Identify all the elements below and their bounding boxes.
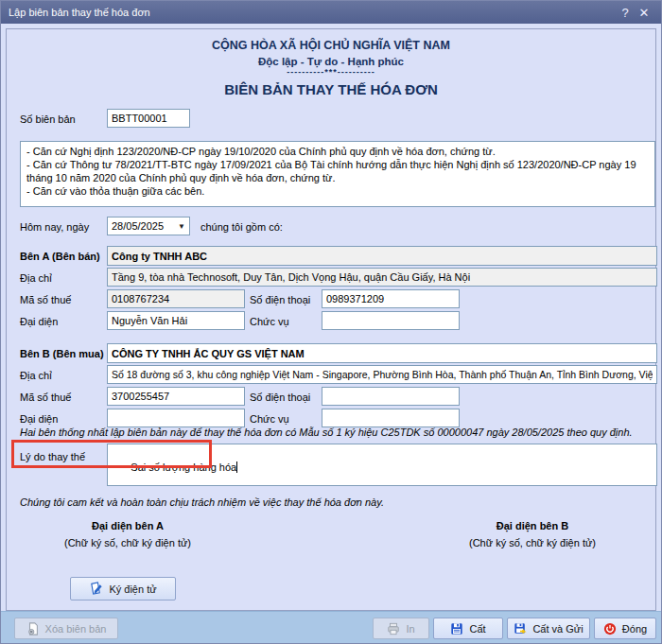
sign-electronic-label: Ký điện tử: [109, 583, 156, 595]
printer-icon: [387, 622, 400, 635]
document-title: BIÊN BẢN THAY THẾ HÓA ĐƠN: [7, 81, 655, 97]
print-button[interactable]: In: [373, 618, 429, 639]
dialog-content: CỘNG HÒA XÃ HỘI CHỦ NGHĨA VIỆT NAM Độc l…: [6, 28, 656, 611]
help-icon[interactable]: ?: [616, 6, 635, 20]
ben-b-chuc-vu-field[interactable]: [322, 409, 460, 427]
save-button[interactable]: Cất: [433, 618, 503, 639]
ben-b-dai-dien-label: Đại diện: [20, 413, 58, 425]
ben-a-mst-field[interactable]: [107, 289, 245, 308]
chevron-down-icon: ▼: [165, 222, 185, 231]
ben-b-phone-field[interactable]: [322, 387, 460, 406]
close-button[interactable]: Đóng: [594, 618, 656, 639]
national-motto: Độc lập - Tự do - Hạnh phúc: [7, 56, 655, 67]
sign-electronic-button[interactable]: Ký điện tử: [70, 577, 176, 600]
signature-b-title: Đại diện bên B: [419, 520, 646, 531]
text-caret: [236, 461, 237, 473]
so-bien-ban-label: Số biên bản: [20, 113, 76, 125]
signature-block-b: Đại diện bên B (Chữ ký số, chữ ký điện t…: [419, 520, 646, 548]
so-bien-ban-input[interactable]: [107, 109, 190, 128]
ben-a-dia-chi-field[interactable]: [107, 268, 657, 287]
ben-b-phone-label: Số điện thoại: [250, 392, 310, 403]
legal-basis-textarea[interactable]: - Căn cứ Nghị định 123/2020/NĐ-CP ngày 1…: [20, 141, 655, 207]
ben-b-dai-dien-field[interactable]: [107, 409, 245, 427]
print-label: In: [406, 623, 414, 635]
save-floppy-icon: [450, 622, 463, 635]
date-dropdown[interactable]: 28/05/2025 ▼: [107, 217, 190, 235]
agreement-text: Hai bên thống nhất lập biên bản này để t…: [20, 426, 633, 438]
title-bar: Lập biên bản thay thế hóa đơn ? ✕: [1, 1, 661, 24]
ly-do-value: Sai số lượng hàng hóa: [131, 461, 236, 473]
close-label: Đóng: [622, 623, 647, 635]
national-title: CỘNG HÒA XÃ HỘI CHỦ NGHĨA VIỆT NAM: [7, 39, 655, 52]
date-row-suffix: chúng tôi gồm có:: [200, 221, 283, 233]
delete-record-label: Xóa biên bản: [45, 623, 107, 635]
window-title: Lập biên bản thay thế hóa đơn: [9, 7, 616, 18]
ben-a-chuc-vu-field[interactable]: [322, 311, 460, 330]
ben-b-dia-chi-field[interactable]: [107, 365, 657, 384]
footer-bar: Xóa biên bản In: [1, 611, 661, 644]
save-label: Cất: [469, 623, 485, 635]
ben-b-company-field[interactable]: [107, 343, 657, 363]
signature-b-subtitle: (Chữ ký số, chữ ký điện tử): [419, 537, 646, 548]
close-icon[interactable]: ✕: [635, 6, 653, 20]
ben-a-dai-dien-label: Đại diện: [20, 316, 58, 327]
delete-record-button[interactable]: Xóa biên bản: [14, 618, 118, 639]
dialog-window: Lập biên bản thay thế hóa đơn ? ✕ CỘNG H…: [0, 0, 662, 644]
ben-a-phone-label: Số điện thoại: [250, 294, 310, 305]
ben-a-chuc-vu-label: Chức vụ: [250, 316, 289, 327]
ben-b-section-label: Bên B (Bên mua): [20, 348, 104, 359]
sign-pen-icon: [89, 582, 103, 596]
save-send-floppy-icon: [514, 622, 527, 635]
ben-a-phone-field[interactable]: [322, 289, 460, 308]
signature-block-a: Đại diện bên A (Chữ ký số, chữ ký điện t…: [14, 520, 241, 548]
save-and-send-label: Cất và Gửi: [532, 623, 583, 635]
date-row-label: Hôm nay, ngày: [20, 221, 89, 233]
ben-b-mst-label: Mã số thuế: [20, 392, 71, 403]
ly-do-textarea[interactable]: Sai số lượng hàng hóa: [107, 444, 657, 486]
power-close-icon: [603, 622, 617, 635]
ben-b-dia-chi-label: Địa chỉ: [20, 370, 52, 381]
signature-a-title: Đại diện bên A: [14, 520, 241, 531]
ly-do-label: Lý do thay thế: [20, 451, 85, 462]
delete-document-icon: [26, 622, 40, 635]
ben-a-dia-chi-label: Địa chỉ: [20, 272, 52, 284]
ben-a-dai-dien-field[interactable]: [107, 311, 245, 330]
ben-a-company-field[interactable]: [107, 246, 657, 266]
commitment-text: Chúng tôi cam kết và hoàn toàn chịu trác…: [20, 496, 384, 508]
save-and-send-button[interactable]: Cất và Gửi: [507, 618, 590, 639]
ben-b-mst-field[interactable]: [107, 387, 245, 406]
header-separator: ----------***----------: [7, 67, 655, 77]
ben-a-mst-label: Mã số thuế: [20, 294, 71, 305]
ben-a-section-label: Bên A (Bên bán): [20, 251, 100, 262]
ben-b-chuc-vu-label: Chức vụ: [250, 413, 289, 425]
date-value: 28/05/2025: [112, 220, 164, 232]
signature-a-subtitle: (Chữ ký số, chữ ký điện tử): [14, 537, 241, 548]
